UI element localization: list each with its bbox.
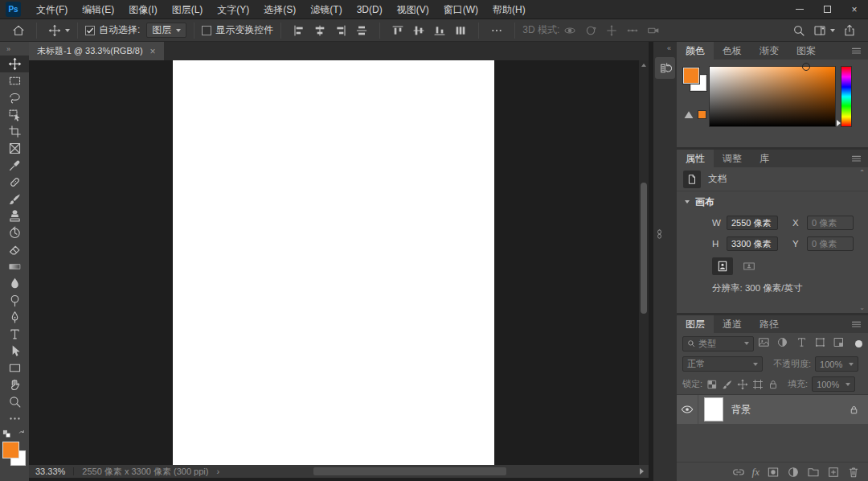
menu-image[interactable]: 图像(I) xyxy=(121,0,164,19)
panel-scroll-up-icon[interactable]: ⌃ xyxy=(859,169,865,176)
3d-roll-icon[interactable] xyxy=(584,24,597,37)
filter-adjustment-layers-button[interactable] xyxy=(776,336,791,352)
tool-frame[interactable] xyxy=(0,140,29,157)
filter-toggle[interactable] xyxy=(855,340,862,347)
tool-eraser[interactable] xyxy=(0,241,29,258)
tool-clone-stamp[interactable] xyxy=(0,208,29,224)
tool-path-selection[interactable] xyxy=(0,343,29,360)
blend-mode-dropdown[interactable]: 正常 xyxy=(682,356,763,372)
menu-help[interactable]: 帮助(H) xyxy=(485,0,533,19)
move-tool-preset-icon[interactable] xyxy=(48,24,61,37)
tab-layers[interactable]: 图层 xyxy=(677,315,714,333)
menu-select[interactable]: 选择(S) xyxy=(256,0,303,19)
tab-channels[interactable]: 通道 xyxy=(714,315,751,333)
tool-blur[interactable] xyxy=(0,275,29,292)
vertical-scrollbar[interactable] xyxy=(639,60,649,465)
toolbar-collapse[interactable]: » xyxy=(0,42,29,56)
distribute-horizontal-icon[interactable] xyxy=(454,24,467,37)
tool-lasso[interactable] xyxy=(0,89,29,106)
horizontal-scrollbar-thumb[interactable] xyxy=(313,467,506,475)
more-options-icon[interactable] xyxy=(490,24,503,37)
menu-window[interactable]: 窗口(W) xyxy=(436,0,485,19)
panel-menu-icon[interactable] xyxy=(850,45,862,57)
lock-artboard-icon[interactable] xyxy=(752,379,764,390)
menu-filter[interactable]: 滤镜(T) xyxy=(303,0,349,19)
landscape-orientation-button[interactable] xyxy=(739,257,760,275)
align-bottom-edges-icon[interactable] xyxy=(433,24,446,37)
default-colors-icon[interactable] xyxy=(2,430,11,438)
panel-menu-icon[interactable] xyxy=(850,319,862,331)
layer-visibility-toggle[interactable] xyxy=(677,395,698,424)
new-adjustment-layer-icon[interactable] xyxy=(787,466,800,479)
align-horizontal-centers-icon[interactable] xyxy=(313,24,326,37)
x-field[interactable]: 0 像素 xyxy=(807,216,854,230)
tool-move[interactable] xyxy=(0,56,29,72)
portrait-orientation-button[interactable] xyxy=(712,257,733,275)
tool-crop[interactable] xyxy=(0,123,29,140)
edit-toolbar-button[interactable] xyxy=(0,410,29,427)
tab-paths[interactable]: 路径 xyxy=(751,315,788,333)
scroll-right-icon[interactable] xyxy=(640,468,644,475)
3d-slide-icon[interactable] xyxy=(626,24,639,37)
lock-all-icon[interactable] xyxy=(768,379,779,390)
width-field[interactable]: 2550 像素 xyxy=(727,216,778,230)
layer-thumbnail[interactable] xyxy=(704,397,723,421)
tool-object-selection[interactable] xyxy=(0,106,29,123)
tool-rectangle[interactable] xyxy=(0,360,29,376)
tool-type[interactable] xyxy=(0,326,29,343)
tool-rectangular-marquee[interactable] xyxy=(0,72,29,89)
layer-list-empty-area[interactable] xyxy=(677,424,868,462)
align-vertical-centers-icon[interactable] xyxy=(412,24,425,37)
history-panel-button[interactable] xyxy=(655,57,675,79)
foreground-color-swatch[interactable] xyxy=(2,442,19,458)
link-dimensions-icon[interactable] xyxy=(654,224,665,244)
canvas-page[interactable] xyxy=(173,60,494,465)
tab-close-icon[interactable]: × xyxy=(150,46,156,57)
opacity-field[interactable]: 100% xyxy=(815,356,858,372)
show-transform-checkbox[interactable] xyxy=(202,26,211,35)
auto-select-checkbox[interactable] xyxy=(85,26,95,35)
chevron-down-icon[interactable] xyxy=(830,29,835,32)
panel-scroll-down-icon[interactable]: ⌄ xyxy=(859,304,865,311)
tool-pen[interactable] xyxy=(0,309,29,326)
tool-brush[interactable] xyxy=(0,191,29,208)
tab-properties[interactable]: 属性 xyxy=(677,150,714,167)
align-left-edges-icon[interactable] xyxy=(293,24,305,37)
lock-pixels-icon[interactable] xyxy=(722,379,733,390)
delete-layer-icon[interactable] xyxy=(847,466,860,479)
gamut-color-swatch[interactable] xyxy=(698,110,706,119)
saturation-brightness-field[interactable] xyxy=(709,66,836,127)
new-group-icon[interactable] xyxy=(807,466,820,479)
maximize-button[interactable] xyxy=(813,0,841,19)
vertical-scrollbar-thumb[interactable] xyxy=(641,183,647,314)
tool-spot-healing[interactable] xyxy=(0,174,29,191)
panel-menu-icon[interactable] xyxy=(850,153,862,165)
tool-gradient[interactable] xyxy=(0,258,29,275)
gamut-warning-icon[interactable] xyxy=(683,109,694,120)
chevron-down-icon[interactable] xyxy=(65,29,70,32)
3d-pan-icon[interactable] xyxy=(605,24,618,37)
filter-type-layers-button[interactable] xyxy=(796,336,810,352)
menu-type[interactable]: 文字(Y) xyxy=(210,0,256,19)
foreground-color-swatch[interactable] xyxy=(683,68,699,84)
align-right-edges-icon[interactable] xyxy=(334,24,347,37)
tab-patterns[interactable]: 图案 xyxy=(788,42,825,60)
3d-camera-icon[interactable] xyxy=(647,24,660,37)
tool-eyedropper[interactable] xyxy=(0,157,29,174)
zoom-level[interactable]: 33.33% xyxy=(35,467,65,476)
y-field[interactable]: 0 像素 xyxy=(807,236,854,251)
lock-position-icon[interactable] xyxy=(737,379,748,390)
color-field-marker[interactable] xyxy=(802,63,810,71)
tool-history-brush[interactable] xyxy=(0,224,29,241)
menu-layer[interactable]: 图层(L) xyxy=(165,0,211,19)
tool-zoom[interactable] xyxy=(0,393,29,410)
align-top-edges-icon[interactable] xyxy=(391,24,404,37)
menu-view[interactable]: 视图(V) xyxy=(390,0,436,19)
filter-smart-object-button[interactable] xyxy=(833,336,847,352)
scroll-up-icon[interactable] xyxy=(641,64,646,67)
filter-pixel-layers-button[interactable] xyxy=(758,336,772,352)
distribute-vertical-icon[interactable] xyxy=(355,24,368,37)
menu-3d[interactable]: 3D(D) xyxy=(350,0,390,19)
tab-color[interactable]: 颜色 xyxy=(677,42,714,60)
hue-slider[interactable] xyxy=(841,66,852,127)
